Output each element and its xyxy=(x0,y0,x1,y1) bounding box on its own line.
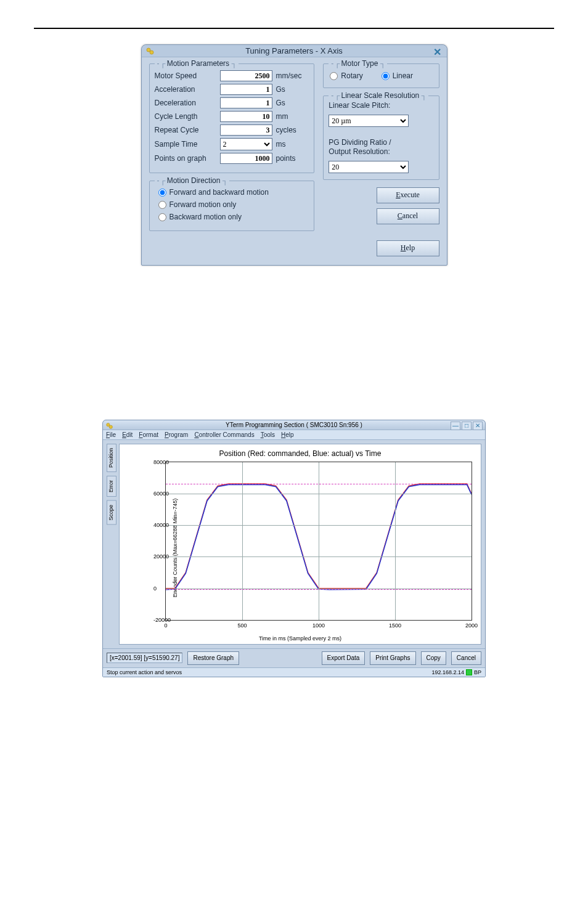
close-icon[interactable]: ✕ xyxy=(432,46,443,57)
motor-speed-input[interactable] xyxy=(220,70,272,81)
deceleration-unit: Gs xyxy=(276,99,285,107)
dir-both-radio[interactable]: Forward and backward motion xyxy=(158,188,306,197)
status-ip: 192.168.2.14 xyxy=(431,669,464,675)
acceleration-input[interactable] xyxy=(220,84,272,95)
dialog-title: Tuning Parameters - X Axis xyxy=(245,46,343,55)
status-mode: BP xyxy=(474,669,481,675)
sample-time-select[interactable]: 2 xyxy=(220,138,272,150)
points-unit: points xyxy=(276,154,296,163)
linear-radio[interactable]: Linear xyxy=(382,71,413,80)
deceleration-input[interactable] xyxy=(220,97,272,108)
ratio-select[interactable]: 20 xyxy=(329,161,409,173)
reference-line xyxy=(166,589,472,590)
motion-direction-group: - ┌ Motion Direction ┐ Forward and backw… xyxy=(149,181,315,231)
y-tick: 20000 xyxy=(153,553,169,560)
acceleration-label: Acceleration xyxy=(155,85,216,94)
y-tick: 60000 xyxy=(153,491,169,497)
tab-position[interactable]: Position xyxy=(107,444,116,472)
status-dot-icon xyxy=(466,669,472,675)
motor-speed-unit: mm/sec xyxy=(276,71,302,80)
tab-scope[interactable]: Scope xyxy=(107,500,116,525)
x-tick: 500 xyxy=(237,622,247,629)
dialog-titlebar: Tuning Parameters - X Axis ✕ xyxy=(142,45,447,57)
cancel-button[interactable]: Cancel xyxy=(377,208,439,224)
x-tick: 1500 xyxy=(389,622,401,629)
repeat-cycle-label: Repeat Cycle xyxy=(155,126,216,134)
dir-bwd-radio[interactable]: Backward motion only xyxy=(158,213,306,221)
y-tick: 40000 xyxy=(153,522,169,528)
gear-icon xyxy=(105,422,114,431)
tuning-dialog: Tuning Parameters - X Axis ✕ - ┌ Motion … xyxy=(141,44,447,266)
motor-speed-label: Motor Speed xyxy=(155,71,216,80)
plot-area: Encoder Counts (Max=66288 Min=-745) -200… xyxy=(152,462,472,634)
cycle-length-input[interactable] xyxy=(220,111,272,122)
menu-program[interactable]: Program xyxy=(165,431,188,438)
repeat-cycle-unit: cycles xyxy=(276,126,296,134)
status-bar: Stop current action and servos 192.168.2… xyxy=(103,667,485,677)
rotary-radio[interactable]: Rotary xyxy=(330,71,362,80)
chart-title: Position (Red: commanded, Blue: actual) … xyxy=(123,449,477,458)
deceleration-label: Deceleration xyxy=(155,99,216,107)
menu-help[interactable]: Help xyxy=(281,431,294,438)
dir-fwd-radio[interactable]: Forward motion only xyxy=(158,200,306,209)
y-tick: 0 xyxy=(153,585,157,592)
linear-scale-group: - ┌ Linear Scale Resolution ┐ Linear Sca… xyxy=(323,96,439,180)
tab-error[interactable]: Error xyxy=(107,476,116,497)
plot-frame: Position (Red: commanded, Blue: actual) … xyxy=(119,444,481,645)
svg-point-2 xyxy=(107,423,110,426)
menu-format[interactable]: Format xyxy=(139,431,158,438)
pitch-label: Linear Scale Pitch: xyxy=(329,101,433,111)
points-input[interactable] xyxy=(220,153,272,164)
coord-readout: [x=2001.59] [y=51590.27] xyxy=(107,653,182,663)
status-text: Stop current action and servos xyxy=(107,669,182,675)
ratio-label: PG Dividing Ratio / Output Resolution: xyxy=(329,138,433,157)
menu-file[interactable]: File xyxy=(106,431,116,438)
restore-graph-button[interactable]: Restore Graph xyxy=(187,651,239,665)
menu-controller-commands[interactable]: Controller Commands xyxy=(194,431,254,438)
motion-params-legend: Motion Parameters xyxy=(167,59,229,68)
chart-window: YTerm Programming Section ( SMC3010 Sn:9… xyxy=(102,420,486,678)
menu-edit[interactable]: Edit xyxy=(122,431,133,438)
maximize-icon[interactable]: □ xyxy=(462,422,472,430)
sample-time-label: Sample Time xyxy=(155,140,216,149)
chart-titlebar: YTerm Programming Section ( SMC3010 Sn:9… xyxy=(103,420,485,430)
x-axis-label: Time in ms (Sampled every 2 ms) xyxy=(123,635,477,642)
cycle-length-label: Cycle Length xyxy=(155,112,216,121)
repeat-cycle-input[interactable] xyxy=(220,124,272,136)
y-tick: -20000 xyxy=(153,617,171,623)
motion-dir-legend: Motion Direction xyxy=(167,176,221,185)
close-icon[interactable]: ✕ xyxy=(473,422,483,430)
svg-point-0 xyxy=(147,48,150,52)
x-tick: 1000 xyxy=(312,622,325,629)
reference-line xyxy=(166,484,472,484)
sample-time-unit: ms xyxy=(276,140,286,149)
print-graphs-button[interactable]: Print Graphs xyxy=(370,651,415,665)
points-label: Points on graph xyxy=(155,154,216,163)
export-data-button[interactable]: Export Data xyxy=(322,651,365,665)
motion-parameters-group: - ┌ Motion Parameters ┐ Motor Speedmm/se… xyxy=(149,63,315,173)
linear-scale-legend: Linear Scale Resolution xyxy=(341,91,420,100)
cycle-length-unit: mm xyxy=(276,112,288,121)
acceleration-unit: Gs xyxy=(276,85,285,94)
motor-type-legend: Motor Type xyxy=(341,59,378,68)
x-tick: 2000 xyxy=(465,622,478,629)
execute-button[interactable]: Execute xyxy=(377,187,439,203)
x-tick: 0 xyxy=(164,622,167,629)
chart-window-title: YTerm Programming Section ( SMC3010 Sn:9… xyxy=(226,422,362,428)
pitch-select[interactable]: 20 µm xyxy=(329,115,409,127)
menu-tools[interactable]: Tools xyxy=(261,431,275,438)
menu-bar: FileEditFormatProgramController Commands… xyxy=(103,430,485,440)
svg-point-1 xyxy=(150,51,153,54)
gear-icon xyxy=(145,46,155,56)
chart-cancel-button[interactable]: Cancel xyxy=(451,651,481,665)
copy-button[interactable]: Copy xyxy=(421,651,446,665)
svg-point-3 xyxy=(109,425,112,428)
y-tick: 80000 xyxy=(153,459,169,465)
minimize-icon[interactable]: — xyxy=(451,422,460,430)
motor-type-group: - ┌ Motor Type ┐ Rotary Linear xyxy=(323,63,439,88)
help-button[interactable]: Help xyxy=(377,240,439,256)
chart-button-bar: [x=2001.59] [y=51590.27] Restore Graph E… xyxy=(103,648,485,667)
